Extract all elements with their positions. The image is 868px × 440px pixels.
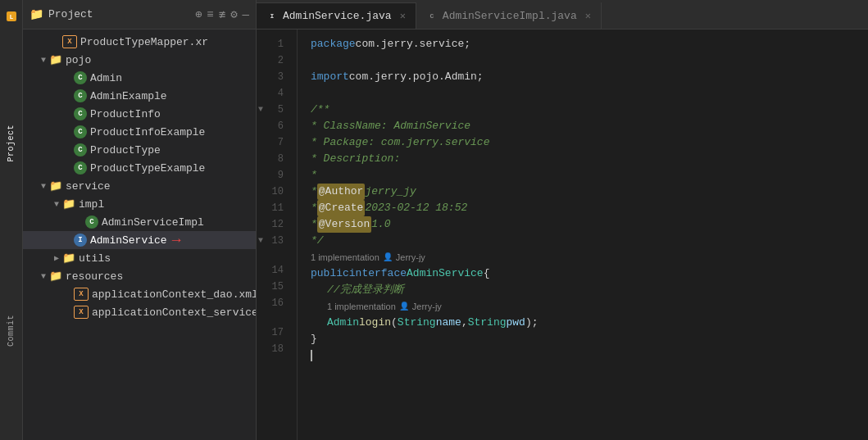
line-num-empty-hint1 [257,249,290,262]
leetcode-icon[interactable]: L [2,7,21,26]
tree-item-utils[interactable]: ▶ 📁 utils [23,249,256,267]
code-line-5: /** [311,102,868,118]
line-num-18: 18 [257,341,290,357]
minimize-icon[interactable]: — [243,8,249,21]
item-name: applicationContext_service.xml [92,306,256,319]
code-editor[interactable]: 1 2 3 4 ▼5 6 7 8 9 10 11 12 ▼13 14 15 16… [257,29,868,440]
line-num-13: ▼13 [257,233,290,249]
layout-icon[interactable]: ≡ [207,8,213,21]
tree-item-productInfoExample[interactable]: C ProductInfoExample [23,123,256,141]
resources-arrow: ▼ [38,270,49,282]
no-arrow [62,234,74,246]
code-line-3: import com.jerry.pojo.Admin; [311,69,868,85]
close-tab-icon[interactable]: ✕ [585,10,591,22]
no-arrow [62,108,74,120]
code-line-18 [311,347,868,364]
code-line-1: package com.jerry.service; [311,36,868,52]
service-arrow: ▼ [38,180,49,192]
line-num-10: 10 [257,184,290,200]
line-num-14: 14 [257,262,290,279]
red-arrow-icon: → [172,232,181,248]
line-num-15: 15 [257,279,290,295]
layout2-icon[interactable]: ≢ [219,7,225,21]
class-tab-icon: C [426,10,438,21]
item-name: ProductInfo [90,108,161,120]
item-name: service [66,180,111,193]
class-icon: C [74,161,87,175]
left-sidebar: L Project Commit [0,0,23,440]
line-num-17: 17 [257,324,290,341]
add-icon[interactable]: ⊕ [195,7,202,21]
code-line-16: ◀ Admin login ( String name , String pwd… [311,315,868,331]
adminServiceImpl-tab[interactable]: C AdminServiceImpl.java ✕ [416,2,602,29]
code-line-7: * Package: com.jerry.service [311,134,868,151]
file-tree: X ProductTypeMapper.xr ▼ 📁 pojo C Admin … [23,29,256,440]
code-line-15: //完成登录判断 [311,282,868,298]
folder-icon: 📁 [49,270,62,283]
class-icon: C [74,89,87,102]
item-name: utils [79,252,111,265]
code-line-8: * Description: [311,151,868,167]
svg-text:L: L [9,13,13,20]
settings-icon[interactable]: ⚙ [230,7,237,21]
user-icon-2: 👤 [399,298,409,315]
project-sidebar-label[interactable]: Project [5,121,17,166]
tree-item-productTypeExample[interactable]: C ProductTypeExample [23,159,256,177]
hint-line-2: 1 implementation 👤 Jerry-jy [311,300,868,313]
tree-item-service[interactable]: ▼ 📁 service [23,177,256,195]
tree-item-productTypeMapper[interactable]: X ProductTypeMapper.xr [23,33,256,51]
line-num-4: 4 [257,85,290,102]
no-arrow [51,36,62,48]
project-header: 📁 Project ⊕ ≡ ≢ ⚙ — [23,0,256,29]
pojo-arrow: ▼ [38,54,49,66]
tree-item-adminExample[interactable]: C AdminExample [23,87,256,105]
no-arrow [62,162,74,174]
no-arrow [62,72,74,84]
line-num-11: 11 [257,200,290,216]
xml-icon: X [62,35,77,48]
tree-item-adminService[interactable]: I AdminService → [23,231,256,249]
project-panel: 📁 Project ⊕ ≡ ≢ ⚙ — X ProductTypeMapper.… [23,0,257,440]
tree-item-admin[interactable]: C Admin [23,69,256,87]
line-num-12: 12 [257,216,290,233]
line-num-2: 2 [257,52,290,69]
code-line-6: * ClassName: AdminService [311,118,868,134]
item-name: impl [79,198,104,211]
code-line-2 [311,52,868,69]
code-line-13: */ [311,233,868,249]
tree-item-impl[interactable]: ▼ 📁 impl [23,195,256,213]
tab-bar: I AdminService.java ✕ C AdminServiceImpl… [257,0,868,29]
line-num-1: 1 [257,36,290,52]
code-content[interactable]: package com.jerry.service; import com.je… [298,29,868,440]
impl-count-1: 1 implementation [311,249,379,265]
tree-item-productType[interactable]: C ProductType [23,141,256,159]
tree-item-resources[interactable]: ▼ 📁 resources [23,267,256,285]
adminService-tab[interactable]: I AdminService.java ✕ [257,2,416,29]
code-line-12: * @Version 1.0 [311,216,868,233]
item-name: pojo [66,54,91,66]
no-arrow [62,126,74,138]
item-name: applicationContext_dao.xml [92,288,256,301]
class-icon: C [74,107,87,120]
item-name: AdminExample [90,90,167,102]
tree-item-appctx-dao[interactable]: X applicationContext_dao.xml [23,285,256,303]
line-num-8: 8 [257,151,290,167]
line-num-16: 16 [257,295,290,311]
item-name: AdminServiceImpl [102,216,204,229]
no-arrow [62,90,74,102]
tree-item-pojo[interactable]: ▼ 📁 pojo [23,51,256,69]
line-num-5: ▼5 [257,102,290,118]
code-line-17: } [311,331,868,347]
commit-sidebar-label[interactable]: Commit [5,311,17,350]
close-tab-icon[interactable]: ✕ [400,10,406,22]
tree-item-adminServiceImpl[interactable]: C AdminServiceImpl [23,213,256,231]
folder-icon: 📁 [62,197,75,211]
impl-arrow: ▼ [51,198,62,210]
tab-label: AdminService.java [283,10,392,22]
xml-icon: X [74,306,89,319]
tree-item-productInfo[interactable]: C ProductInfo [23,105,256,123]
xml-icon: X [74,288,89,301]
create-annotation: @Create [317,200,366,216]
version-annotation: @Version [317,216,371,233]
tree-item-appctx-service[interactable]: X applicationContext_service.xml [23,303,256,321]
